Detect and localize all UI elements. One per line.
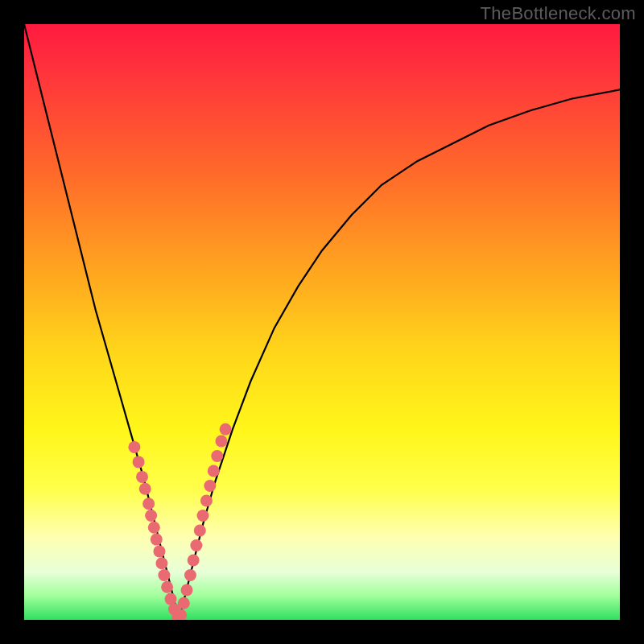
data-dot bbox=[139, 483, 151, 495]
data-dot bbox=[215, 436, 227, 448]
data-dot bbox=[194, 525, 206, 537]
data-dot bbox=[178, 597, 190, 609]
data-dot bbox=[220, 423, 232, 436]
data-dot bbox=[184, 569, 196, 581]
curve-right-curve bbox=[179, 89, 620, 620]
curve-layer bbox=[24, 24, 620, 620]
data-dot bbox=[204, 480, 216, 492]
data-dot bbox=[128, 441, 140, 453]
data-dot bbox=[158, 569, 170, 581]
data-dot bbox=[145, 510, 157, 522]
data-dot bbox=[142, 497, 155, 510]
chart-svg bbox=[24, 24, 620, 620]
dot-layer bbox=[128, 423, 231, 620]
data-dot bbox=[151, 534, 163, 546]
data-dot bbox=[208, 465, 220, 477]
plot-area bbox=[24, 24, 620, 620]
data-dot bbox=[190, 539, 202, 551]
data-dot bbox=[211, 450, 223, 462]
data-dot bbox=[200, 495, 213, 507]
data-dot bbox=[148, 522, 160, 534]
data-dot bbox=[197, 510, 209, 522]
data-dot bbox=[136, 471, 148, 483]
data-dot bbox=[155, 557, 167, 569]
data-dot bbox=[181, 584, 193, 597]
watermark-text: TheBottleneck.com bbox=[481, 3, 636, 24]
chart-container: TheBottleneck.com bbox=[0, 0, 644, 644]
data-dot bbox=[161, 581, 173, 593]
data-dot bbox=[133, 456, 145, 468]
data-dot bbox=[188, 555, 200, 567]
data-dot bbox=[153, 545, 165, 557]
